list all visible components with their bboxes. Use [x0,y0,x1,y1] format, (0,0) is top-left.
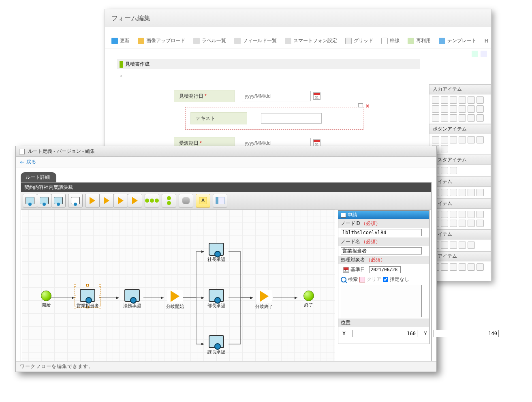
palette-item[interactable] [476,105,484,113]
tool-node-1[interactable] [23,194,37,207]
props-clear-label[interactable]: クリア [367,276,381,283]
field-text-input[interactable] [261,113,322,124]
close-icon[interactable]: ✕ [365,103,370,109]
palette-item[interactable] [450,189,457,196]
palette-item[interactable] [468,136,475,143]
node-president[interactable]: 社長承認 [205,243,228,263]
palette-item[interactable] [468,211,475,218]
palette-item[interactable] [468,220,475,227]
palette-item[interactable] [432,96,439,104]
node-section[interactable]: 課長承認 [205,335,228,355]
palette-item[interactable] [441,114,448,122]
palette-item[interactable] [476,96,484,104]
palette-item[interactable] [468,242,475,249]
sub-icon-1[interactable] [472,51,478,57]
search-icon[interactable] [341,277,346,282]
field-issue-date-input[interactable] [242,91,311,101]
node-sales[interactable]: 営業担当者 [76,289,99,309]
tool-split-4[interactable] [128,194,142,207]
tool-strip[interactable] [213,194,227,207]
props-node-name-input[interactable] [341,247,422,254]
palette-item[interactable] [459,105,466,113]
palette-item[interactable] [441,167,448,174]
palette-item[interactable] [459,220,466,227]
tool-split-2[interactable] [99,194,114,207]
form-back-arrow[interactable]: ← [117,69,420,83]
palette-item[interactable] [432,136,439,143]
node-legal[interactable]: 法務承認 [121,289,143,309]
palette-item[interactable] [441,189,448,196]
node-start[interactable]: 開始 [35,291,58,308]
toolbar-grid[interactable]: グリッド [341,35,377,47]
palette-item[interactable] [450,136,457,143]
palette-item[interactable] [432,114,439,122]
props-target-list[interactable] [341,285,422,317]
tool-user[interactable] [68,194,83,207]
tool-sequence[interactable] [145,194,159,207]
eraser-icon[interactable] [359,277,365,282]
palette-item[interactable] [450,263,457,271]
palette-item[interactable] [468,96,475,104]
calendar-icon[interactable] [343,267,349,273]
palette-item[interactable] [476,189,484,196]
props-node-id-input[interactable] [341,229,422,236]
palette-item[interactable] [459,263,466,271]
route-detail-tab[interactable]: ルート詳細 [21,172,56,182]
props-y-input[interactable] [434,330,499,337]
palette-item[interactable] [450,242,457,249]
palette-item[interactable] [432,105,439,113]
field-options-icon[interactable] [358,103,363,107]
props-nospec-checkbox[interactable] [383,277,388,282]
workflow-canvas[interactable]: 開始 営業担当者 法務承認 分岐開始 社長承認 部長承認 課長承認 分岐終了 終… [22,210,335,366]
palette-item[interactable] [441,220,448,227]
toolbar-frame[interactable]: 枠線 [377,35,404,47]
tool-node-3[interactable] [51,194,66,207]
palette-item[interactable] [441,145,448,152]
toolbar-smartphone[interactable]: スマートフォン設定 [281,35,341,47]
tool-parallel[interactable] [162,194,176,207]
node-end[interactable]: 終了 [297,291,320,308]
palette-item[interactable] [476,114,484,122]
toolbar-fields[interactable]: フィールド一覧 [230,35,281,47]
palette-item[interactable] [459,242,466,249]
palette-item[interactable] [476,211,484,218]
palette-item[interactable] [441,96,448,104]
palette-item[interactable] [468,189,475,196]
palette-item[interactable] [468,105,475,113]
toolbar-template[interactable]: テンプレート [435,35,481,47]
palette-item[interactable] [459,114,466,122]
palette-item[interactable] [441,136,448,143]
palette-item[interactable] [459,136,466,143]
props-date-input[interactable] [369,266,401,273]
selected-field-box[interactable]: ✕ テキスト [185,107,363,130]
palette-item[interactable] [450,211,457,218]
palette-item[interactable] [450,96,457,104]
palette-item[interactable] [468,114,475,122]
palette-item[interactable] [459,189,466,196]
toolbar-reuse[interactable]: 再利用 [404,35,435,47]
toolbar-labels[interactable]: ラベル一覧 [189,35,230,47]
route-back-link[interactable]: ⇐ 戻る [16,157,436,167]
palette-item[interactable] [450,105,457,113]
palette-item[interactable] [450,167,457,174]
palette-item[interactable] [450,114,457,122]
palette-item[interactable] [459,96,466,104]
palette-item[interactable] [476,263,484,271]
props-x-input[interactable] [352,330,417,337]
tool-split-1[interactable] [85,194,100,207]
toolbar-image-upload[interactable]: 画像アップロード [134,35,189,47]
palette-item[interactable] [441,105,448,113]
tool-db[interactable] [179,194,193,207]
tool-annotation[interactable]: A [196,194,210,207]
toolbar-h[interactable]: H [481,36,492,46]
calendar-icon[interactable] [313,92,320,100]
palette-item[interactable] [450,220,457,227]
toolbar-update[interactable]: 更新 [107,35,134,47]
tool-node-2[interactable] [37,194,51,207]
node-manager[interactable]: 部長承認 [205,289,228,309]
palette-item[interactable] [441,242,448,249]
sub-icon-2[interactable] [481,51,487,57]
node-branch-end[interactable]: 分岐終了 [253,290,276,310]
palette-item[interactable] [441,211,448,218]
palette-item[interactable] [459,211,466,218]
